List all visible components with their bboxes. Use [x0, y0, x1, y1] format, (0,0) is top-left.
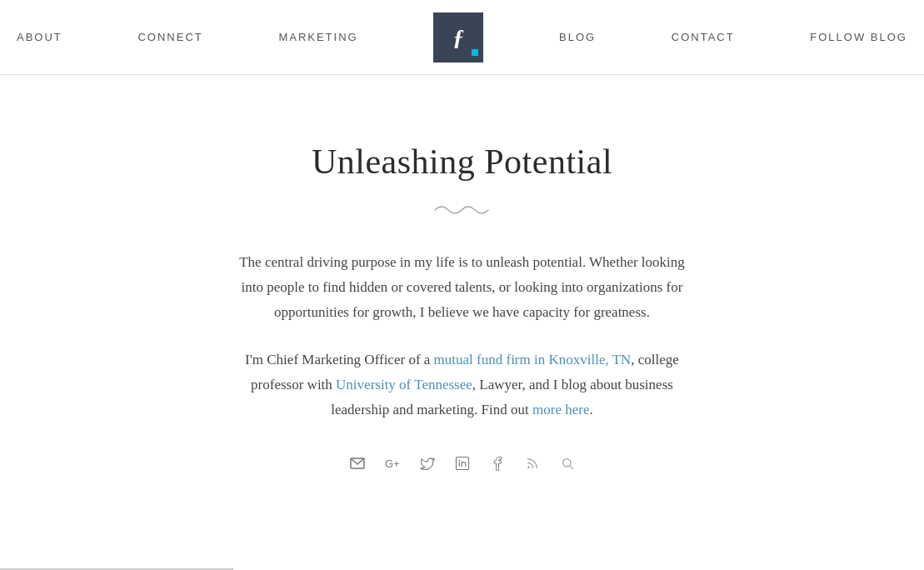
rss-icon[interactable]: [522, 452, 543, 474]
link-mutual-fund[interactable]: mutual fund firm in Knoxville, TN: [434, 352, 632, 368]
main-navigation: ABOUT CONNECT MARKETING ƒ BLOG CONTACT F…: [0, 0, 924, 75]
nav-blog[interactable]: BLOG: [559, 31, 596, 43]
svg-rect-2: [456, 457, 468, 469]
logo-letter: ƒ: [452, 26, 464, 49]
svg-point-5: [527, 466, 529, 468]
decorative-divider: [433, 202, 492, 223]
logo-accent-dot: [472, 49, 478, 56]
paragraph-2-end: .: [589, 402, 592, 418]
facebook-icon[interactable]: [487, 452, 508, 474]
site-logo[interactable]: ƒ: [433, 12, 483, 62]
nav-connect[interactable]: CONNECT: [137, 31, 202, 43]
linkedin-icon[interactable]: [452, 452, 473, 474]
page-heading: Unleashing Potential: [312, 142, 612, 182]
nav-marketing[interactable]: MARKETING: [278, 31, 357, 43]
nav-about[interactable]: ABOUT: [17, 31, 62, 43]
main-content: Unleashing Potential The central driving…: [0, 75, 924, 524]
svg-line-7: [570, 466, 573, 469]
nav-follow-blog[interactable]: FOLLOW BLOG: [810, 31, 907, 43]
svg-text:G+: G+: [385, 458, 400, 470]
paragraph-2: I'm Chief Marketing Officer of a mutual …: [237, 348, 687, 422]
svg-point-6: [562, 458, 570, 466]
email-icon[interactable]: [347, 452, 368, 474]
nav-contact[interactable]: CONTACT: [672, 31, 735, 43]
link-more-here[interactable]: more here: [532, 402, 589, 418]
link-ut[interactable]: University of Tennessee: [336, 377, 472, 392]
google-plus-icon[interactable]: G+: [382, 452, 403, 474]
paragraph-1: The central driving purpose in my life i…: [237, 250, 687, 324]
twitter-icon[interactable]: [417, 452, 438, 474]
search-icon[interactable]: [557, 452, 578, 474]
social-icons-bar: G+: [347, 452, 578, 474]
paragraph-2-before: I'm Chief Marketing Officer of a: [245, 352, 434, 368]
